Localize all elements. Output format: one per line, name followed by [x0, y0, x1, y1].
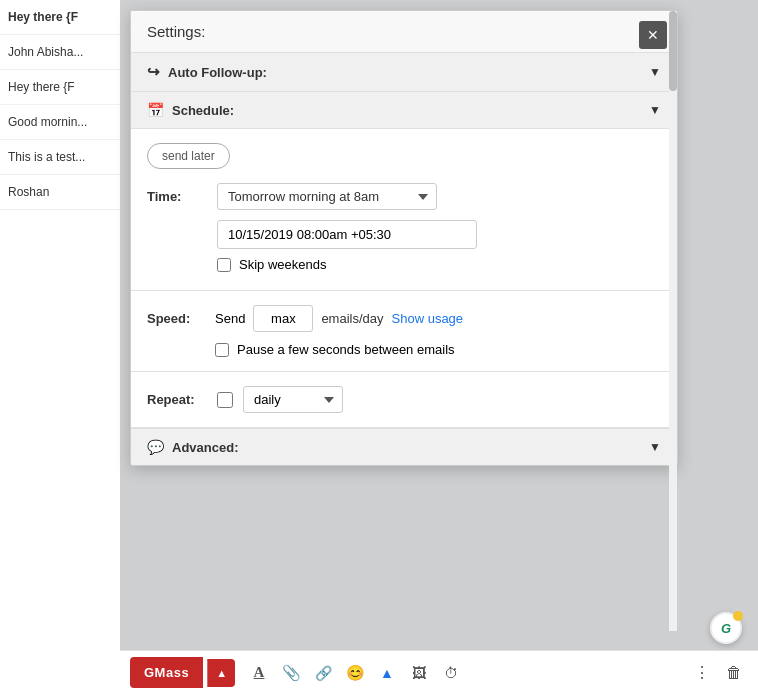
pause-checkbox[interactable]: [215, 343, 229, 357]
send-prefix: Send: [215, 311, 245, 326]
email-item-6[interactable]: Roshan: [0, 175, 120, 210]
datetime-input[interactable]: [217, 220, 477, 249]
grammarly-badge: G: [710, 612, 742, 644]
speed-row: Speed: Send emails/day Show usage: [147, 305, 661, 332]
email-item-2[interactable]: John Abisha...: [0, 35, 120, 70]
close-button[interactable]: ✕: [639, 21, 667, 49]
scrollbar-thumb[interactable]: [669, 11, 677, 91]
schedule-toolbar-button[interactable]: ⏱: [437, 659, 465, 687]
grammarly-dot: [733, 611, 743, 621]
repeat-checkbox[interactable]: [217, 392, 233, 408]
settings-title: Settings:: [131, 11, 677, 53]
schedule-left: 📅 Schedule:: [147, 102, 234, 118]
schedule-content: send later Time: Tomorrow morning at 8am…: [131, 129, 677, 291]
emails-per-day-label: emails/day: [321, 311, 383, 326]
skip-weekends-checkbox[interactable]: [217, 258, 231, 272]
chat-icon: 💬: [147, 439, 164, 455]
auto-followup-header[interactable]: ↪ Auto Follow-up: ▼: [131, 53, 677, 92]
pause-row: Pause a few seconds between emails: [215, 342, 661, 357]
scrollbar[interactable]: [669, 11, 677, 631]
arrow-right-icon: ↪: [147, 63, 160, 81]
email-item-4[interactable]: Good mornin...: [0, 105, 120, 140]
advanced-chevron-icon: ▼: [649, 440, 661, 454]
calendar-icon: 📅: [147, 102, 164, 118]
email-item-1[interactable]: Hey there {F: [0, 0, 120, 35]
repeat-section: Repeat: daily weekly monthly: [131, 372, 677, 428]
emoji-button[interactable]: 😊: [341, 659, 369, 687]
schedule-label: Schedule:: [172, 103, 234, 118]
schedule-chevron-icon: ▼: [649, 103, 661, 117]
repeat-row: Repeat: daily weekly monthly: [147, 386, 661, 413]
auto-followup-chevron-icon: ▼: [649, 65, 661, 79]
auto-followup-label: Auto Follow-up:: [168, 65, 267, 80]
speed-section: Speed: Send emails/day Show usage Pause …: [131, 291, 677, 372]
send-later-container: send later: [147, 143, 661, 169]
more-options-button[interactable]: ⋮: [688, 659, 716, 687]
auto-followup-left: ↪ Auto Follow-up:: [147, 63, 267, 81]
speed-input[interactable]: [253, 305, 313, 332]
email-list: Hey there {F John Abisha... Hey there {F…: [0, 0, 120, 694]
format-text-button[interactable]: A: [245, 659, 273, 687]
close-icon: ✕: [647, 27, 659, 43]
time-row: Time: Tomorrow morning at 8am In 1 hour …: [147, 183, 661, 210]
repeat-frequency-select[interactable]: daily weekly monthly: [243, 386, 343, 413]
advanced-left: 💬 Advanced:: [147, 439, 238, 455]
gmass-button[interactable]: GMass: [130, 657, 203, 688]
link-button[interactable]: 🔗: [309, 659, 337, 687]
delete-button[interactable]: 🗑: [720, 659, 748, 687]
show-usage-link[interactable]: Show usage: [392, 311, 464, 326]
pause-label: Pause a few seconds between emails: [237, 342, 455, 357]
email-item-3[interactable]: Hey there {F: [0, 70, 120, 105]
email-item-5[interactable]: This is a test...: [0, 140, 120, 175]
advanced-header[interactable]: 💬 Advanced: ▼: [131, 428, 677, 465]
settings-panel: ✕ Settings: ↪ Auto Follow-up: ▼ 📅 Schedu…: [130, 10, 678, 466]
repeat-label: Repeat:: [147, 392, 207, 407]
skip-weekends-label: Skip weekends: [239, 257, 326, 272]
time-select[interactable]: Tomorrow morning at 8am In 1 hour Custom…: [217, 183, 437, 210]
attachment-button[interactable]: 📎: [277, 659, 305, 687]
skip-weekends-row: Skip weekends: [217, 257, 661, 272]
drive-button[interactable]: ▲: [373, 659, 401, 687]
image-button[interactable]: 🖼: [405, 659, 433, 687]
speed-label: Speed:: [147, 311, 207, 326]
bottom-toolbar: GMass ▲ A 📎 🔗 😊 ▲ 🖼 ⏱ ⋮ 🗑: [120, 650, 758, 694]
advanced-label: Advanced:: [172, 440, 238, 455]
send-later-button[interactable]: send later: [147, 143, 230, 169]
gmass-arrow-icon: ▲: [216, 667, 227, 679]
grammarly-icon: G: [721, 621, 731, 636]
time-label: Time:: [147, 189, 207, 204]
schedule-header[interactable]: 📅 Schedule: ▼: [131, 92, 677, 129]
gmass-arrow-button[interactable]: ▲: [207, 659, 235, 687]
